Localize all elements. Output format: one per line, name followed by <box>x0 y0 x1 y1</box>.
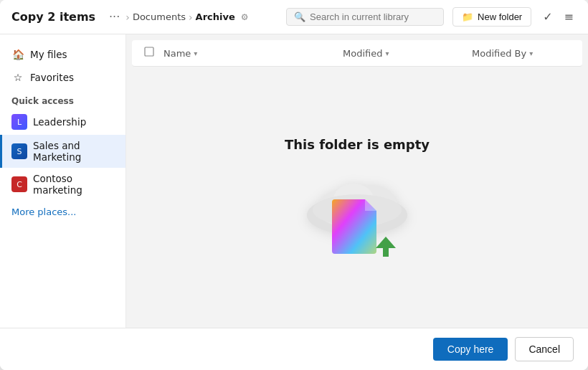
breadcrumb-sep-2: › <box>189 11 193 23</box>
sidebar-item-contoso[interactable]: C Contoso marketing <box>0 168 125 201</box>
breadcrumb-documents[interactable]: Documents <box>133 11 186 22</box>
search-box: 🔍 <box>286 8 444 26</box>
leadership-icon-letter: L <box>17 118 22 127</box>
leadership-label: Leadership <box>33 116 86 128</box>
breadcrumb-settings-icon[interactable]: ⚙ <box>241 12 249 22</box>
sidebar-item-favorites[interactable]: ☆ Favorites <box>0 66 125 89</box>
column-modified-by-label: Modified By <box>472 48 526 59</box>
empty-folder-state: This folder is empty <box>126 72 588 328</box>
copy-here-button[interactable]: Copy here <box>433 338 508 361</box>
dialog-title: Copy 2 items <box>11 10 98 24</box>
column-name[interactable]: Name ▾ <box>163 48 343 59</box>
column-modified-by-sort: ▾ <box>529 49 533 57</box>
confirm-icon[interactable]: ✓ <box>540 7 555 27</box>
breadcrumb: ··· › Documents › Archive ⚙ <box>106 9 278 25</box>
new-folder-icon: 📁 <box>462 11 473 22</box>
svg-rect-0 <box>145 47 153 56</box>
sales-label: Sales and Marketing <box>33 140 114 163</box>
my-files-icon: 🏠 <box>11 48 24 61</box>
new-folder-label: New folder <box>478 11 522 22</box>
sidebar-item-sales[interactable]: S Sales and Marketing <box>0 135 125 168</box>
column-modified-by[interactable]: Modified By ▾ <box>472 48 533 59</box>
file-list-header: Name ▾ Modified ▾ Modified By ▾ <box>132 40 582 67</box>
contoso-icon: C <box>11 176 27 192</box>
dialog-footer: Copy here Cancel <box>0 328 588 370</box>
empty-folder-message: This folder is empty <box>285 137 430 152</box>
new-folder-button[interactable]: 📁 New folder <box>452 7 531 27</box>
file-type-column-icon <box>143 46 158 60</box>
quick-access-label: Quick access <box>0 89 125 109</box>
menu-icon[interactable]: ≡ <box>561 7 577 27</box>
main-content: Name ▾ Modified ▾ Modified By ▾ This fol… <box>126 34 588 328</box>
copy-dialog: Copy 2 items ··· › Documents › Archive ⚙… <box>0 0 588 370</box>
contoso-label: Contoso marketing <box>33 173 114 196</box>
column-modified-sort: ▾ <box>385 49 389 57</box>
favorites-label: Favorites <box>30 72 74 83</box>
header-actions: ✓ ≡ <box>540 7 577 27</box>
dialog-body: 🏠 My files ☆ Favorites Quick access L Le… <box>0 34 588 328</box>
breadcrumb-sep-1: › <box>125 11 130 23</box>
sales-icon: S <box>11 143 27 159</box>
favorites-icon: ☆ <box>11 71 24 84</box>
search-input[interactable] <box>310 11 425 22</box>
my-files-label: My files <box>30 49 67 60</box>
sidebar-item-leadership[interactable]: L Leadership <box>0 109 125 135</box>
sidebar: 🏠 My files ☆ Favorites Quick access L Le… <box>0 34 126 328</box>
column-name-sort: ▾ <box>194 49 197 57</box>
svg-marker-6 <box>376 237 396 257</box>
dialog-header: Copy 2 items ··· › Documents › Archive ⚙… <box>0 0 588 34</box>
breadcrumb-dots[interactable]: ··· <box>106 9 123 25</box>
leadership-icon: L <box>11 114 27 130</box>
breadcrumb-archive: Archive <box>196 11 235 22</box>
search-icon: 🔍 <box>294 11 305 22</box>
cancel-button[interactable]: Cancel <box>515 337 574 361</box>
column-name-label: Name <box>163 48 191 59</box>
more-places-link[interactable]: More places... <box>0 201 125 223</box>
arrow-illustration <box>373 234 399 262</box>
file-illustration <box>332 199 376 254</box>
column-modified[interactable]: Modified ▾ <box>343 48 472 59</box>
sidebar-item-my-files[interactable]: 🏠 My files <box>0 43 125 66</box>
contoso-icon-letter: C <box>16 180 22 189</box>
sales-icon-letter: S <box>17 147 22 156</box>
column-modified-label: Modified <box>343 48 382 59</box>
empty-folder-illustration <box>300 163 414 264</box>
